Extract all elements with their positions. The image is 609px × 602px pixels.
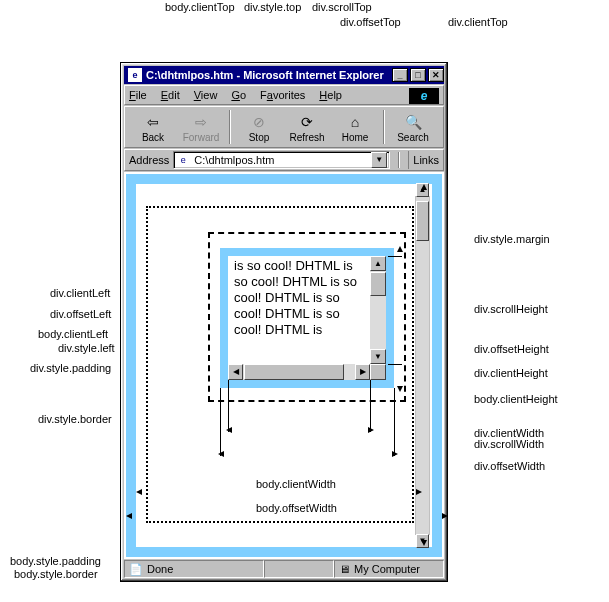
ie-logo: e [409, 88, 439, 104]
home-button[interactable]: ⌂Home [331, 112, 379, 143]
search-button[interactable]: 🔍Search [389, 112, 437, 143]
menu-file[interactable]: File [129, 89, 147, 101]
minimize-button[interactable]: _ [392, 68, 408, 82]
label-div-scrollwidth: div.scrollWidth [474, 438, 544, 450]
div-text-content: is so cool! DHTML is so cool! DHTML is s… [234, 258, 366, 360]
address-dropdown[interactable]: ▼ [371, 152, 387, 168]
label-div-clientheight: div.clientHeight [474, 367, 548, 379]
status-zone: My Computer [354, 563, 420, 575]
label-div-offsetleft: div.offsetLeft [50, 308, 111, 320]
title-text: C:\dhtmlpos.htm - Microsoft Internet Exp… [146, 69, 384, 81]
maximize-button[interactable]: □ [410, 68, 426, 82]
div-scroll-thumb-v[interactable] [370, 272, 386, 296]
label-div-style-margin: div.style.margin [474, 233, 550, 245]
search-icon: 🔍 [389, 112, 437, 132]
addressbar: Address e C:\dhtmlpos.htm ▼ Links [124, 149, 444, 171]
scroll-up-icon[interactable]: ▲ [370, 256, 386, 271]
div-scrollbar-vertical[interactable]: ▲ ▼ [370, 256, 386, 364]
label-div-style-padding: div.style.padding [30, 362, 111, 374]
label-body-clientleft: body.clientLeft [38, 328, 108, 340]
label-div-clientleft: div.clientLeft [50, 287, 110, 299]
refresh-icon: ⟳ [283, 112, 331, 132]
home-icon: ⌂ [331, 112, 379, 132]
scroll-down-icon[interactable]: ▼ [370, 349, 386, 364]
zone-icon: 🖥 [339, 563, 350, 575]
div-scroll-thumb-h[interactable] [244, 364, 344, 380]
label-div-offsettop: div.offsetTop [340, 16, 401, 28]
menu-favorites[interactable]: Favorites [260, 89, 305, 101]
body-clientwidth-label: body.clientWidth [256, 478, 336, 490]
ie-page-icon: e [128, 68, 142, 82]
scroll-left-icon[interactable]: ◀ [228, 364, 243, 380]
label-body-clientheight: body.clientHeight [474, 393, 558, 405]
scroll-corner [370, 364, 386, 380]
ie-window: e C:\dhtmlpos.htm - Microsoft Internet E… [120, 62, 448, 582]
stop-icon: ⊘ [235, 112, 283, 132]
label-body-clienttop: body.clientTop [165, 1, 235, 13]
label-div-style-border: div.style.border [38, 413, 112, 425]
div-element: is so cool! DHTML is so cool! DHTML is s… [228, 256, 386, 380]
address-field[interactable]: e C:\dhtmlpos.htm ▼ [173, 151, 390, 169]
close-button[interactable]: ✕ [428, 68, 444, 82]
menu-edit[interactable]: Edit [161, 89, 180, 101]
label-div-style-left: div.style.left [58, 342, 115, 354]
menubar: File Edit View Go Favorites Help e [124, 85, 444, 105]
menu-help[interactable]: Help [319, 89, 342, 101]
label-div-offsetwidth: div.offsetWidth [474, 460, 545, 472]
body-offsetwidth-label: body.offsetWidth [256, 502, 337, 514]
done-icon: 📄 [129, 563, 143, 576]
page-icon: e [176, 153, 190, 167]
label-div-offsetheight: div.offsetHeight [474, 343, 549, 355]
address-text: C:\dhtmlpos.htm [194, 154, 274, 166]
div-scrollbar-horizontal[interactable]: ◀ ▶ [228, 364, 370, 380]
body-clientheight-arrow [124, 176, 125, 532]
label-body-style-border: body.style.border [14, 568, 98, 580]
scroll-right-icon[interactable]: ▶ [355, 364, 370, 380]
links-label[interactable]: Links [408, 151, 439, 169]
body-scrollbar[interactable]: ▲ ▼ [415, 196, 430, 535]
menu-go[interactable]: Go [231, 89, 246, 101]
address-label: Address [129, 154, 169, 166]
label-div-scrolltop: div.scrollTop [312, 1, 372, 13]
menu-view[interactable]: View [194, 89, 218, 101]
status-done: Done [147, 563, 173, 575]
toolbar: ⇦Back ⇨Forward ⊘Stop ⟳Refresh ⌂Home 🔍Sea… [124, 106, 444, 148]
back-button[interactable]: ⇦Back [129, 112, 177, 143]
forward-icon: ⇨ [177, 112, 225, 132]
label-div-clienttop: div.clientTop [448, 16, 508, 28]
stop-button[interactable]: ⊘Stop [235, 112, 283, 143]
refresh-button[interactable]: ⟳Refresh [283, 112, 331, 143]
content-area: ▲ ▼ is so cool! DHTML is so cool! DHTML … [124, 172, 444, 559]
label-body-style-padding: body.style.padding [10, 555, 101, 567]
body-scroll-thumb[interactable] [416, 201, 429, 241]
back-icon: ⇦ [129, 112, 177, 132]
forward-button[interactable]: ⇨Forward [177, 112, 225, 143]
label-div-style-top: div.style.top [244, 1, 301, 13]
label-div-scrollheight: div.scrollHeight [474, 303, 548, 315]
titlebar: e C:\dhtmlpos.htm - Microsoft Internet E… [124, 66, 444, 84]
statusbar: 📄 Done 🖥 My Computer [124, 560, 444, 578]
